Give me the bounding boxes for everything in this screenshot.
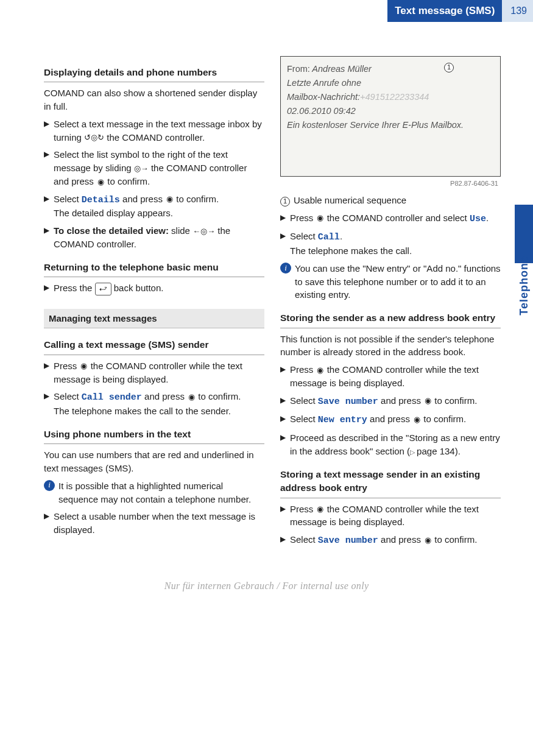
step: ▶ Proceed as described in the "Storing a… [280,431,501,458]
page-number: 139 [502,0,533,22]
step: ▶ Select Call. The telephone makes the c… [280,230,501,258]
step-marker-icon: ▶ [44,510,54,537]
footer-watermark: Nur für internen Gebrauch / For internal… [0,564,533,601]
press-icon: ◉ [412,414,421,426]
press-icon: ◉ [316,504,325,515]
slide-right-icon: ◎→ [134,163,149,175]
fig-line: Mailbox-Nachricht: [287,92,360,102]
step: ▶ Select New entry and press ◉ to confir… [280,412,501,427]
step: ▶ Press ◉ the COMAND controller while th… [44,359,264,386]
step-text: Select [290,395,318,406]
callout-badge: 1 [280,197,290,207]
step: ▶ Select a text message in the text mess… [44,118,264,144]
section-bar: Managing text messages [44,309,264,329]
step-text: . [340,231,342,241]
ui-term: Save number [318,397,378,407]
step-text: page 134). [417,446,461,456]
step-marker-icon: ▶ [280,533,290,548]
step-text: Press [290,504,316,514]
xref-icon [410,446,417,456]
step-text: and press [378,534,423,545]
step-text: and press [142,391,187,401]
press-icon: ◉ [316,213,325,224]
info-text: You can use the "New entry" or "Add no."… [295,262,501,302]
step-marker-icon: ▶ [280,211,290,226]
step-text: Proceed as described in the "Storing as … [290,433,500,456]
step: ▶ Select Details and press ◉ to confirm.… [44,193,264,221]
step-text: and press [378,395,423,406]
press-icon: ◉ [80,361,88,372]
step-marker-icon: ▶ [280,412,290,427]
step-text: to confirm. [432,395,477,406]
step: ▶ Press ◉ the COMAND controller while th… [280,503,501,529]
side-tab-highlight [515,205,533,263]
fig-line: Ein kostenloser Service Ihrer E-Plus Mai… [287,119,494,132]
step-text: Press the [54,283,95,293]
heading-use-numbers: Using phone numbers in the text [44,428,264,444]
step-text: back button. [111,283,164,293]
turn-icon: ↺◎↻ [84,132,104,144]
screenshot-figure: From: Andreas Müller Letzte Anrufe ohne … [280,56,501,177]
right-column: From: Andreas Müller Letzte Anrufe ohne … [280,56,501,552]
info-text: It is possible that a highlighted numeri… [58,479,264,506]
step-marker-icon: ▶ [44,193,54,221]
fig-line: Letzte Anrufe ohne [287,77,494,90]
step-text: and press [120,194,165,204]
callout-badge: 1 [444,63,454,72]
step-text: to confirm. [196,391,241,401]
step-text: to confirm. [421,414,466,424]
body-text: COMAND can also show a shortened sender … [44,87,264,113]
ui-term: Details [82,195,120,205]
step-text: Select [290,231,318,241]
figure-caption: P82.87-6406-31 [280,179,498,189]
step-text: to confirm. [105,176,150,186]
page-header: Text message (SMS) 139 [0,0,533,22]
step-text: Select a usable number when the text mes… [54,510,264,537]
heading-display-details: Displaying details and phone numbers [44,66,264,82]
heading-return-basic: Returning to the telephone basic menu [44,261,264,277]
step-marker-icon: ▶ [44,281,54,295]
step: ▶ Select Save number and press ◉ to conf… [280,533,501,548]
ui-term: Save number [318,535,378,546]
step-text: the COMAND controller. [104,132,205,143]
step-marker-icon: ▶ [280,431,290,458]
step-result: The telephone makes the call. [290,244,501,258]
press-icon: ◉ [316,365,325,376]
step-text: Press [54,361,80,371]
step-text: Select [290,534,318,545]
step-marker-icon: ▶ [44,359,54,386]
step-text: . [486,213,489,223]
info-note: i You can use the "New entry" or "Add no… [280,262,501,302]
step-text: and press [367,414,412,424]
step-result: The detailed display appears. [54,207,264,220]
ui-term: Use [470,214,486,224]
step: ▶ Press ◉ the COMAND controller while th… [280,363,501,390]
press-icon: ◉ [96,177,105,188]
heading-store-existing: Storing a text message sender in an exis… [280,468,501,498]
step-marker-icon: ▶ [44,224,54,251]
ui-term: Call [318,232,340,242]
info-icon: i [280,263,291,274]
step-text: Select [290,414,318,424]
body-text: This function is not possible if the sen… [280,333,501,359]
callout-legend: 1Usable numerical sequence [280,194,501,207]
step-text: to confirm. [174,194,219,204]
back-button-icon: ⮐ [95,283,111,295]
step: ▶ Press the ⮐ back button. [44,281,264,295]
step: ▶ Select the list symbol to the right of… [44,148,264,188]
step-result: The telephone makes the call to the send… [54,404,264,418]
step: ▶ Select Call sender and press ◉ to conf… [44,390,264,418]
step-marker-icon: ▶ [280,503,290,529]
step-marker-icon: ▶ [44,118,54,144]
step-text: slide [169,225,192,236]
step-text: Press [290,213,316,223]
body-text: You can use numbers that are red and und… [44,448,264,475]
info-note: i It is possible that a highlighted nume… [44,479,264,506]
heading-call-sender: Calling a text message (SMS) sender [44,338,264,355]
step: ▶ Select Save number and press ◉ to conf… [280,394,501,409]
ui-term: Call sender [82,392,142,403]
press-icon: ◉ [187,392,196,403]
step-marker-icon: ▶ [280,363,290,390]
step-marker-icon: ▶ [280,230,290,258]
fig-line-faded: +4915122233344 [360,92,429,102]
